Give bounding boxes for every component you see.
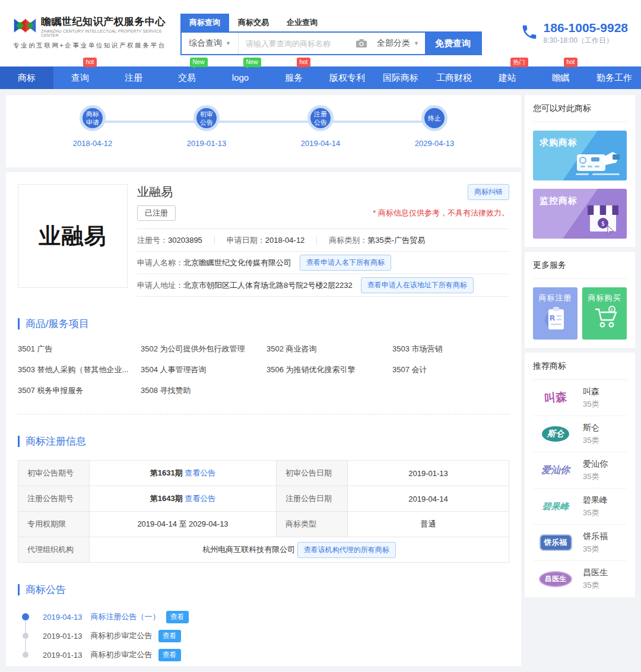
search-tab-trademark[interactable]: 商标查询	[180, 14, 229, 31]
divider	[316, 236, 317, 245]
camera-icon[interactable]	[352, 33, 371, 54]
logo[interactable]: 瞻瞩世纪知识产权服务中心 ZHANZHU CENTURY INTELLECTUA…	[13, 17, 169, 50]
hot-badge: hot	[297, 58, 311, 67]
recommended-trademark-item[interactable]: 叫森 叫森 35类	[533, 380, 627, 416]
service-item: 3504 人事管理咨询	[141, 364, 266, 375]
row-label: 代理组织机构	[18, 537, 90, 563]
nav-item-trademark[interactable]: 商标	[0, 66, 53, 89]
buy-trademark-card[interactable]: 求购商标	[533, 131, 627, 180]
svg-text:$: $	[610, 308, 613, 312]
nav-item-trade[interactable]: 交易New	[160, 66, 214, 89]
applicant-name: 北京瞻瞩世纪文化传媒有限公司	[183, 258, 291, 268]
search-tab-company[interactable]: 企业查询	[278, 14, 326, 31]
timeline-step-expiry: 终止 2029-04-13	[377, 95, 491, 167]
trademark-logo: 斯仑	[542, 426, 569, 442]
status-timeline: 商标申请 2018-04-12 初审公告 2019-01-13 注册公告 201…	[6, 95, 521, 167]
sidebar-section-title: 更多服务	[533, 252, 627, 279]
nav-item-service[interactable]: 服务hot	[267, 66, 320, 89]
hot-badge: hot	[83, 58, 97, 67]
row-value: 杭州电商互联科技有限公司 查看该机构代理的所有商标	[90, 537, 509, 563]
recommended-trademark-item[interactable]: 斯仑 斯仑 35类	[533, 416, 627, 452]
nav-item-website[interactable]: 建站热门	[481, 66, 534, 89]
recommended-trademark-item[interactable]: 昌医生 昌医生 35类	[533, 561, 627, 597]
brand-subtitle: ZHANZHU CENTURY INTELLECTUAL PROPERTY SE…	[41, 29, 169, 37]
meta-row-address: 申请人地址：北京市朝阳区工人体育场北路8号院2号楼2层2232 查看申请人在该地…	[137, 274, 509, 297]
service-item: 3502 商业咨询	[266, 344, 392, 354]
trademark-name: 业融易	[137, 184, 173, 200]
recommended-trademark-item[interactable]: 爱汕你 爱汕你 35类	[533, 452, 627, 489]
timeline-date: 2019-04-14	[301, 139, 341, 148]
view-button[interactable]: 查看	[158, 649, 181, 661]
timeline-dot	[23, 652, 28, 658]
trademark-logo: 叫森	[544, 389, 567, 407]
registration-number: 30203895	[168, 236, 202, 245]
nav-item-copyright-patent[interactable]: 版权专利	[320, 66, 374, 89]
search-type-select[interactable]: 综合查询▼	[182, 33, 239, 54]
meta-row-basic: 注册号：30203895 申请日期：2018-04-12 商标类别：第35类-广…	[137, 229, 509, 252]
nav-item-query[interactable]: 查询hot	[53, 66, 107, 89]
class-select[interactable]: 全部分类▼	[371, 33, 425, 54]
trademark-logo: 碧果峰	[542, 501, 569, 512]
trademark-logo: 爱汕你	[541, 464, 570, 477]
hot-badge: 热门	[510, 58, 528, 67]
contact: 186-1005-9928 8:30-18:00（工作日）	[521, 21, 628, 46]
correction-button[interactable]: 商标纠错	[468, 184, 509, 200]
view-button[interactable]: 查看	[158, 630, 181, 642]
nav-item-work[interactable]: 勤务工作	[588, 66, 641, 89]
row-value: 2019-01-13	[348, 461, 509, 486]
sidebar-section-title: 推荐商标	[533, 353, 627, 380]
trademark-purchase-card[interactable]: 商标购买 $	[582, 287, 627, 340]
nav-item-international[interactable]: 国际商标	[374, 66, 427, 89]
nav-item-zhanzhu[interactable]: 瞻瞩hot	[534, 66, 588, 89]
view-address-trademarks-button[interactable]: 查看申请人在该地址下所有商标	[361, 277, 474, 293]
search-box: 综合查询▼ 全部分类▼ 免费查询	[180, 31, 482, 55]
search-input[interactable]	[239, 33, 352, 54]
view-applicant-trademarks-button[interactable]: 查看申请人名下所有商标	[300, 255, 391, 271]
row-value: 第1643期 查看公告	[90, 486, 277, 512]
view-gazette-link[interactable]: 查看公告	[185, 468, 215, 477]
applicant-address: 北京市朝阳区工人体育场北路8号院2号楼2层2232	[183, 280, 353, 291]
free-search-button[interactable]: 免费查询	[425, 33, 481, 54]
clipboard-r-icon: R	[542, 303, 569, 332]
trademark-detail-card: 业融易 业融易 商标纠错 已注册 * 商标信息仅供参考，不具有法律效力。 注册号…	[6, 172, 521, 666]
announcements-section-title: 商标公告	[18, 583, 509, 597]
divider	[525, 247, 635, 252]
table-row: 注册公告期号 第1643期 查看公告 注册公告日期 2019-04-14	[18, 486, 509, 512]
registration-table: 初审公告期号 第1631期 查看公告 初审公告日期 2019-01-13 注册公…	[18, 460, 509, 563]
monitor-trademark-card[interactable]: 监控商标 $	[533, 189, 627, 239]
row-value: 普通	[348, 512, 509, 537]
phone-number: 186-1005-9928	[544, 21, 628, 34]
divider	[18, 414, 509, 414]
chevron-down-icon: ▼	[226, 40, 231, 46]
service-item: 3508 寻找赞助	[141, 385, 266, 396]
phone-hours: 8:30-18:00（工作日）	[544, 36, 628, 46]
shopping-cart-icon: $	[591, 303, 619, 331]
view-gazette-link[interactable]: 查看公告	[185, 494, 215, 503]
svg-text:$: $	[601, 220, 605, 227]
phone-icon	[521, 23, 538, 43]
service-item: 3507 会计	[392, 364, 509, 375]
timeline-dot	[22, 613, 29, 620]
search-tabs: 商标查询 商标交易 企业查询	[180, 14, 482, 31]
new-badge: New	[190, 58, 208, 67]
nav-item-register[interactable]: 注册	[107, 66, 160, 89]
timeline-step-registration: 注册公告 2019-04-14	[264, 95, 377, 167]
view-button[interactable]: 查看	[166, 611, 189, 623]
nav-item-finance-tax[interactable]: 工商财税	[427, 66, 481, 89]
recommended-trademark-item[interactable]: 碧果峰 碧果峰 35类	[533, 489, 627, 525]
service-item: 3507 税务申报服务	[18, 385, 141, 396]
timeline-date: 2019-01-13	[187, 139, 227, 148]
disclaimer-text: * 商标信息仅供参考，不具有法律效力。	[373, 208, 509, 218]
search-module: 商标查询 商标交易 企业查询 综合查询▼ 全部分类▼ 免费查询	[180, 14, 482, 55]
trademark-register-card[interactable]: 商标注册 R	[533, 287, 577, 340]
apply-date: 2018-04-12	[265, 236, 305, 245]
search-tab-trade[interactable]: 商标交易	[229, 14, 278, 31]
services-section-title: 商品/服务项目	[18, 317, 509, 331]
nav-item-logo[interactable]: logoNew	[214, 66, 267, 89]
view-agency-trademarks-button[interactable]: 查看该机构代理的所有商标	[297, 542, 396, 558]
svg-text:R: R	[549, 313, 556, 322]
recommended-trademark-item[interactable]: 饼乐福 饼乐福 35类	[533, 525, 627, 561]
row-value: 2019-04-14	[348, 486, 509, 512]
registration-section-title: 商标注册信息	[18, 435, 509, 448]
timeline-step-first-review: 初审公告 2019-01-13	[150, 95, 264, 167]
